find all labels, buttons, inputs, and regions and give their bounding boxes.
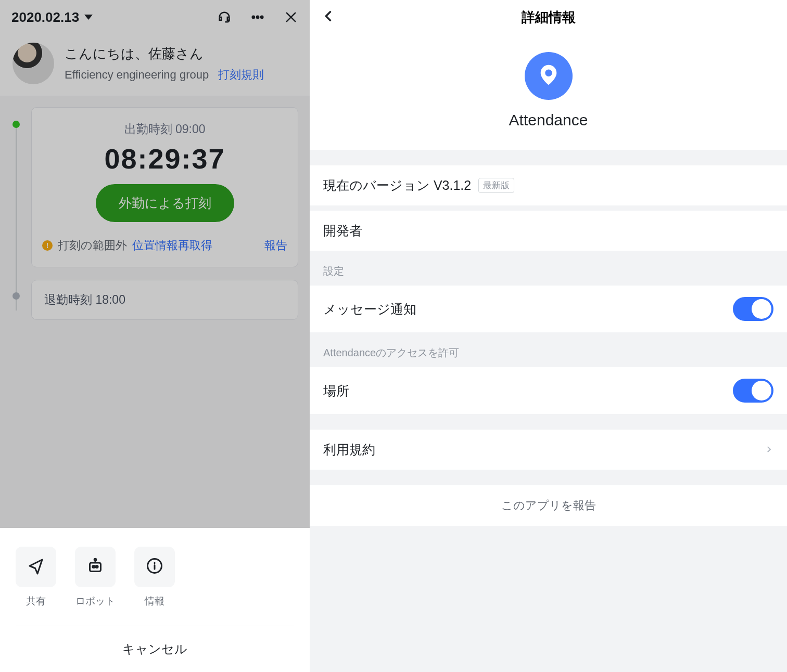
report-link[interactable]: 報告 bbox=[264, 238, 287, 253]
out-of-range-text: 打刻の範囲外 bbox=[58, 238, 127, 253]
timeline-dot-end bbox=[12, 292, 20, 300]
date-picker[interactable]: 2020.02.13 bbox=[11, 9, 93, 25]
latest-badge: 最新版 bbox=[478, 178, 514, 193]
location-toggle[interactable] bbox=[733, 379, 773, 403]
headset-icon[interactable] bbox=[217, 10, 232, 24]
reacquire-location-link[interactable]: 位置情報再取得 bbox=[132, 238, 212, 253]
svg-point-6 bbox=[94, 559, 96, 561]
chevron-down-icon bbox=[84, 15, 93, 20]
message-notify-toggle[interactable] bbox=[733, 297, 773, 321]
sheet-item-robot[interactable]: ロボット bbox=[75, 547, 116, 608]
section-settings-header: 設定 bbox=[310, 251, 787, 286]
close-icon[interactable] bbox=[284, 10, 298, 24]
current-time: 08:29:37 bbox=[42, 143, 287, 175]
start-time-label: 出勤時刻 09:00 bbox=[42, 121, 287, 137]
timeline-track bbox=[16, 125, 17, 311]
location-clock-icon bbox=[537, 63, 561, 89]
clock-out-card: 退勤時刻 18:00 bbox=[31, 280, 298, 320]
svg-point-5 bbox=[96, 565, 98, 567]
sheet-item-label: 共有 bbox=[26, 595, 46, 608]
sheet-item-label: 情報 bbox=[145, 595, 164, 608]
chevron-right-icon bbox=[764, 442, 773, 457]
version-cell: 現在のバージョン V3.1.2 最新版 bbox=[310, 165, 787, 205]
section-access-header: Attendanceのアクセスを許可 bbox=[310, 332, 787, 367]
developer-cell[interactable]: 開発者 bbox=[310, 211, 787, 251]
info-icon bbox=[145, 557, 164, 577]
more-icon[interactable] bbox=[250, 10, 265, 24]
tos-label: 利用規約 bbox=[323, 441, 375, 458]
tos-cell[interactable]: 利用規約 bbox=[310, 430, 787, 470]
avatar bbox=[12, 43, 54, 84]
report-app-button[interactable]: このアプリを報告 bbox=[310, 485, 787, 526]
developer-label: 開発者 bbox=[323, 222, 362, 239]
timeline-dot-start bbox=[12, 121, 20, 128]
cancel-button[interactable]: キャンセル bbox=[16, 626, 294, 672]
svg-point-1 bbox=[257, 16, 259, 18]
sheet-item-share[interactable]: 共有 bbox=[16, 547, 56, 608]
clock-in-card: 出勤時刻 09:00 08:29:37 外勤による打刻 ! 打刻の範囲外 位置情… bbox=[31, 107, 298, 267]
warning-icon: ! bbox=[42, 240, 53, 251]
sheet-item-label: ロボット bbox=[75, 595, 115, 608]
svg-point-2 bbox=[261, 16, 263, 18]
punch-button[interactable]: 外勤による打刻 bbox=[96, 184, 234, 222]
share-icon bbox=[27, 557, 45, 577]
date-value: 2020.02.13 bbox=[11, 9, 79, 25]
app-name: Attendance bbox=[310, 111, 787, 129]
rules-link[interactable]: 打刻規則 bbox=[218, 67, 264, 83]
location-label: 場所 bbox=[323, 382, 349, 399]
message-notify-label: メッセージ通知 bbox=[323, 301, 416, 318]
page-title: 詳細情報 bbox=[321, 8, 776, 27]
svg-point-4 bbox=[93, 565, 95, 567]
robot-icon bbox=[86, 557, 105, 577]
sheet-item-info[interactable]: 情報 bbox=[134, 547, 175, 608]
svg-point-0 bbox=[252, 16, 255, 18]
action-sheet: 共有 ロボット 情報 キャンセル bbox=[0, 528, 310, 672]
app-icon bbox=[525, 52, 573, 100]
message-notify-cell: メッセージ通知 bbox=[310, 286, 787, 332]
location-cell: 場所 bbox=[310, 367, 787, 414]
group-name: Efficiency engineering group bbox=[65, 68, 209, 82]
greeting-text: こんにちは、佐藤さん bbox=[65, 45, 297, 63]
end-time-label: 退勤時刻 18:00 bbox=[44, 292, 285, 308]
version-label: 現在のバージョン V3.1.2 bbox=[323, 177, 471, 194]
